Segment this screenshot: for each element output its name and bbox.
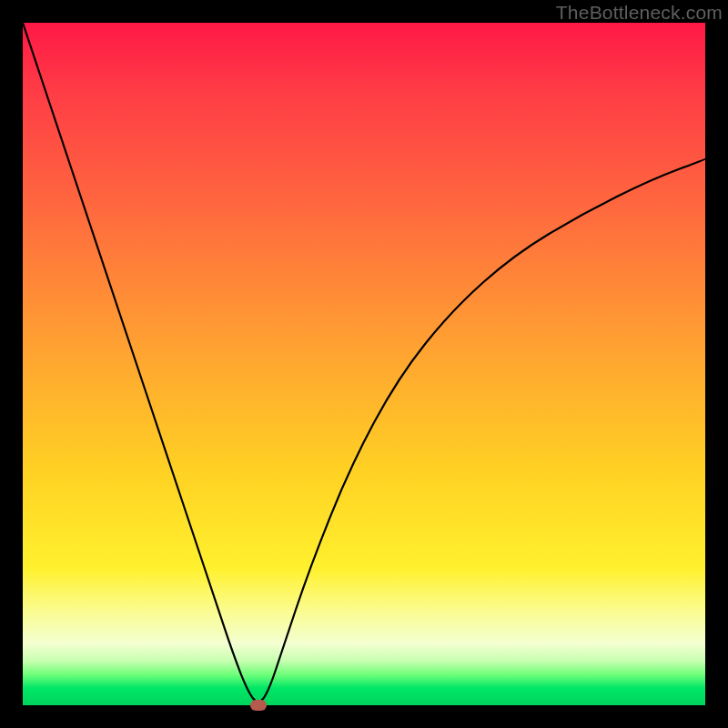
chart-stage: TheBottleneck.com: [0, 0, 728, 728]
minimum-marker: [250, 700, 267, 711]
bottleneck-curve: [23, 23, 705, 702]
watermark-text: TheBottleneck.com: [556, 2, 723, 24]
curve-svg: [23, 23, 705, 705]
plot-area: [23, 23, 705, 705]
